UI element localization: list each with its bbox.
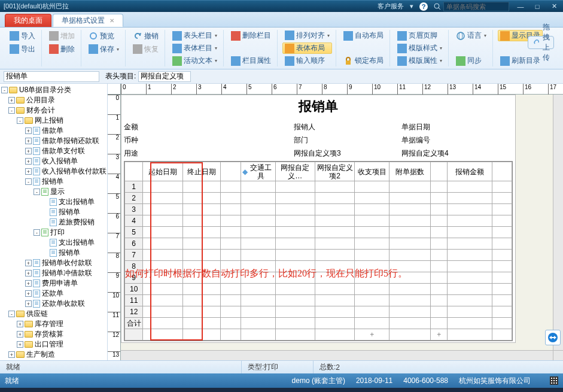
body-col-button[interactable]: 表体栏目▾ [170, 42, 220, 54]
tree-item[interactable]: +公用目录 [0, 95, 107, 105]
cell[interactable] [221, 181, 241, 193]
cell[interactable] [315, 181, 354, 193]
cell[interactable] [241, 295, 275, 306]
cell[interactable] [448, 227, 492, 238]
tree-item[interactable]: +借款单 [0, 126, 107, 136]
cell[interactable] [275, 181, 315, 193]
column-header[interactable]: 附单据数 [389, 162, 431, 181]
cell[interactable] [241, 193, 275, 204]
cell[interactable] [492, 238, 512, 250]
tree-item[interactable]: +收入报销单 [0, 156, 107, 166]
report-page[interactable]: 报销单 金额报销人单据日期币种部门单据编号用途网报自定义项3网报自定义项4 起始… [121, 95, 516, 343]
expand-toggle[interactable]: - [34, 229, 40, 236]
cell[interactable] [182, 227, 221, 238]
cell[interactable] [241, 215, 275, 227]
tree-item[interactable]: -供应链 [0, 309, 107, 319]
cell[interactable] [431, 250, 448, 261]
tree-item[interactable]: 报销单 [0, 248, 107, 258]
vertical-scrollbar[interactable] [553, 95, 563, 350]
cell[interactable] [221, 193, 241, 204]
cell[interactable] [143, 306, 182, 318]
cell[interactable] [389, 284, 431, 295]
cell[interactable] [389, 238, 431, 250]
cell[interactable] [431, 284, 448, 295]
cell[interactable] [492, 272, 512, 284]
cell[interactable] [355, 215, 389, 227]
tab-format-settings[interactable]: 单据格式设置 ✕ [53, 14, 123, 27]
cell[interactable] [241, 284, 275, 295]
tree-item[interactable]: +收入报销单收付款联 [0, 166, 107, 177]
cell[interactable] [275, 306, 315, 318]
move-text-button[interactable]: 活动文本▾ [170, 55, 220, 66]
cell[interactable] [241, 329, 275, 341]
cell[interactable] [182, 250, 221, 261]
cell[interactable] [389, 250, 431, 261]
tree-item[interactable]: 差旅费报销 [0, 217, 107, 227]
expand-toggle[interactable]: + [25, 290, 32, 297]
expand-toggle[interactable]: + [17, 341, 23, 348]
cell[interactable] [143, 250, 182, 261]
cell[interactable] [221, 227, 241, 238]
cell[interactable] [143, 295, 182, 306]
tree-item[interactable]: +存货核算 [0, 329, 107, 339]
expand-toggle[interactable]: + [25, 138, 32, 144]
minimize-button[interactable]: — [515, 3, 526, 10]
expand-toggle[interactable]: - [1, 87, 8, 93]
align-button[interactable]: 排列对齐▾ [282, 30, 332, 41]
horizontal-scrollbar[interactable] [121, 350, 553, 360]
cell[interactable] [221, 295, 241, 306]
cell[interactable] [448, 238, 492, 250]
chevron-down-icon[interactable]: ▾ [440, 45, 442, 51]
column-header[interactable] [492, 162, 512, 181]
tree-item[interactable]: 支出报销单 [0, 238, 107, 248]
expand-toggle[interactable]: + [25, 280, 32, 287]
cell[interactable] [275, 295, 315, 306]
column-header[interactable]: 网报自定义项2 [315, 162, 354, 181]
delete-button[interactable]: 删除 [47, 43, 77, 55]
cell[interactable] [492, 193, 512, 204]
column-header[interactable]: 网报自定义… [275, 162, 315, 181]
barcode-search-input[interactable] [443, 2, 509, 11]
cell[interactable] [355, 227, 389, 238]
save-button[interactable]: 保存▾ [86, 43, 121, 55]
lock-layout-button[interactable]: 锁定布局 [341, 55, 386, 66]
language-button[interactable]: 语言▾ [454, 30, 489, 41]
column-header[interactable] [221, 162, 241, 181]
column-header[interactable]: 收支项目 [355, 162, 389, 181]
tree-item[interactable]: -报销单 [0, 177, 107, 187]
cell[interactable] [315, 329, 354, 341]
cell[interactable] [355, 295, 389, 306]
cell[interactable] [431, 306, 448, 318]
cell[interactable] [221, 204, 241, 215]
cell[interactable] [182, 204, 221, 215]
expand-toggle[interactable]: + [25, 270, 32, 276]
auto-layout-button[interactable]: 自动布局 [341, 30, 386, 41]
tree-item[interactable]: 支出报销单 [0, 197, 107, 207]
cell[interactable] [182, 295, 221, 306]
tree-item[interactable]: +还款单 [0, 288, 107, 299]
table-row[interactable]: 3 [125, 204, 512, 215]
cell[interactable] [143, 227, 182, 238]
expand-toggle[interactable]: - [17, 117, 23, 124]
cell[interactable] [275, 227, 315, 238]
tpl-style-button[interactable]: 模版样式▾ [395, 42, 445, 54]
cell[interactable] [448, 181, 492, 193]
cell[interactable] [275, 238, 315, 250]
remove-col-button[interactable]: 删除栏目 [229, 30, 273, 41]
table-row[interactable]: 6 [125, 238, 512, 250]
cell[interactable] [492, 261, 512, 272]
tree-item[interactable]: 报销单 [0, 207, 107, 217]
cell[interactable] [315, 284, 354, 295]
tree-item[interactable]: +还款单收款联 [0, 299, 107, 309]
cell[interactable] [241, 227, 275, 238]
add-row[interactable]: ++ [125, 329, 512, 341]
cell[interactable] [143, 284, 182, 295]
cell[interactable] [448, 284, 492, 295]
tree-item[interactable]: -网上报销 [0, 116, 107, 126]
tree-item[interactable]: -显示 [0, 187, 107, 197]
tpl-prop-button[interactable]: 模版属性▾ [395, 55, 445, 66]
table-row[interactable]: 2 [125, 193, 512, 204]
cell[interactable] [143, 215, 182, 227]
cell[interactable] [275, 193, 315, 204]
cell[interactable] [355, 238, 389, 250]
